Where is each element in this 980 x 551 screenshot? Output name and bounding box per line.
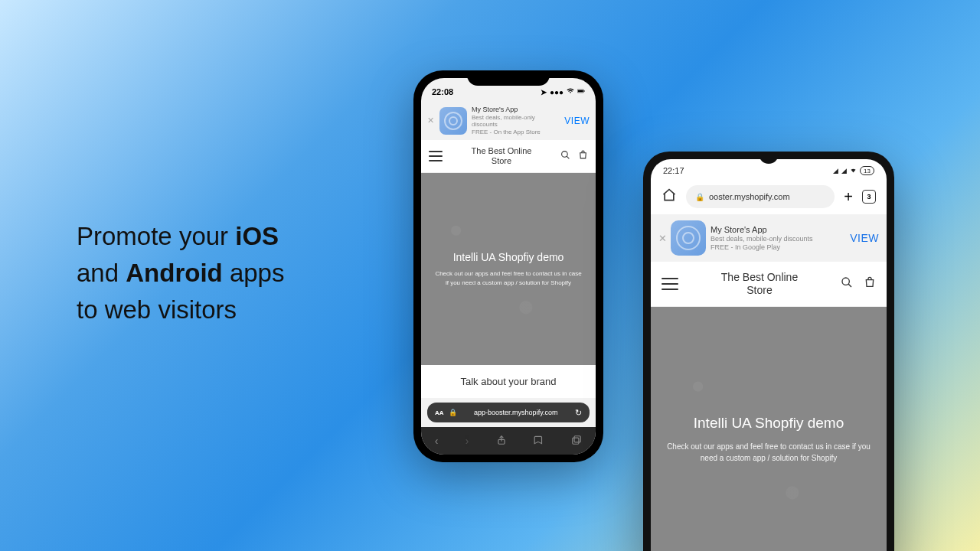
headline-ios: iOS [235, 222, 279, 250]
refresh-icon[interactable]: ↻ [575, 408, 582, 418]
store-header: The Best OnlineStore [421, 140, 596, 173]
svg-point-3 [562, 152, 568, 158]
hero-section: Intelli UA Shopfiy demo Check out our ap… [421, 173, 596, 365]
hero-section: Intelli UA Shopfiy demo Check out our ap… [651, 307, 887, 551]
headline-android: Android [126, 259, 222, 287]
menu-icon[interactable] [429, 151, 443, 161]
banner-price: FREE - On the App Store [472, 129, 560, 135]
banner-subtitle: Best deals, mobile-only discounts [472, 114, 560, 128]
android-screen: 22:17 ◢ ◢ 13 🔒 ooster.myshopify.com + 3 … [651, 159, 887, 551]
promo-headline: Promote your iOS and Android apps to web… [77, 218, 383, 328]
reader-icon[interactable]: AA [435, 409, 444, 416]
view-button[interactable]: VIEW [564, 116, 590, 126]
headline-text: and [77, 259, 126, 287]
cart-icon[interactable] [578, 150, 588, 162]
svg-point-8 [842, 278, 849, 285]
chrome-toolbar: 🔒 ooster.myshopify.com + 3 [651, 179, 887, 214]
ios-time: 22:08 [432, 87, 453, 96]
headline-text: Promote your [77, 222, 235, 250]
signal-icon: ◢ [841, 167, 847, 174]
banner-subtitle: Best deals, mobile-only discounts [710, 235, 845, 243]
hero-title: Intelli UA Shopfiy demo [453, 251, 564, 263]
forward-icon[interactable]: › [466, 435, 469, 447]
svg-rect-6 [574, 435, 580, 442]
android-smart-banner: ✕ My Store's App Best deals, mobile-only… [651, 214, 887, 262]
new-tab-icon[interactable]: + [844, 188, 853, 206]
app-icon[interactable] [439, 107, 467, 135]
iphone-mockup: 22:08 ➤ ●●● ✕ My Store's App Best deals,… [413, 70, 603, 462]
back-icon[interactable]: ‹ [435, 435, 439, 447]
wifi-icon [567, 87, 574, 96]
headline-text: to web visitors [77, 295, 237, 324]
hero-title: Intelli UA Shopfiy demo [694, 415, 844, 432]
url-text: app-booster.myshopify.com [462, 409, 570, 416]
close-icon[interactable]: ✕ [658, 233, 666, 244]
search-icon[interactable] [560, 150, 570, 162]
hero-subtitle: Check out our apps and feel free to cont… [433, 269, 583, 288]
tabs-button[interactable]: 3 [862, 190, 876, 204]
battery-icon [577, 87, 585, 96]
store-title[interactable]: The Best OnlineStore [721, 271, 798, 297]
banner-price: FREE - In Google Play [710, 243, 845, 251]
safari-toolbar: ‹ › [421, 427, 596, 455]
iphone-notch [467, 70, 550, 86]
app-icon[interactable] [671, 220, 706, 256]
cart-icon[interactable] [864, 276, 876, 292]
safari-url-bar[interactable]: AA 🔒 app-booster.myshopify.com ↻ [427, 403, 590, 422]
iphone-screen: 22:08 ➤ ●●● ✕ My Store's App Best deals,… [421, 78, 596, 455]
share-icon[interactable] [496, 435, 507, 448]
search-icon[interactable] [841, 276, 853, 292]
wifi-icon [850, 167, 857, 175]
brand-section: Talk about your brand [421, 365, 596, 398]
home-icon[interactable] [662, 187, 677, 206]
android-mockup: 22:17 ◢ ◢ 13 🔒 ooster.myshopify.com + 3 … [643, 152, 894, 551]
location-icon: ➤ [541, 88, 547, 96]
svg-rect-7 [573, 438, 579, 444]
signal-icon: ●●● [550, 88, 564, 96]
banner-title: My Store's App [472, 106, 560, 113]
lock-icon: 🔒 [449, 409, 457, 416]
tabs-icon[interactable] [571, 435, 582, 448]
android-time: 22:17 [663, 166, 684, 175]
chrome-url-bar[interactable]: 🔒 ooster.myshopify.com [686, 185, 835, 208]
hero-subtitle: Check out our apps and feel free to cont… [663, 441, 874, 464]
store-title[interactable]: The Best OnlineStore [472, 146, 532, 166]
view-button[interactable]: VIEW [850, 232, 879, 244]
battery-icon: 13 [860, 166, 874, 175]
menu-icon[interactable] [662, 278, 678, 290]
svg-rect-2 [584, 90, 585, 92]
svg-line-9 [848, 284, 851, 287]
ios-smart-banner: ✕ My Store's App Best deals, mobile-only… [421, 101, 596, 140]
store-header: The Best OnlineStore [651, 262, 887, 307]
url-text: ooster.myshopify.com [709, 192, 790, 201]
bookmarks-icon[interactable] [534, 435, 544, 448]
svg-rect-1 [578, 90, 583, 92]
signal-icon: ◢ [833, 167, 838, 174]
svg-line-4 [567, 156, 569, 158]
banner-title: My Store's App [710, 225, 845, 234]
lock-icon: 🔒 [695, 193, 704, 201]
close-icon[interactable]: ✕ [427, 116, 435, 126]
headline-text: apps [223, 259, 285, 287]
